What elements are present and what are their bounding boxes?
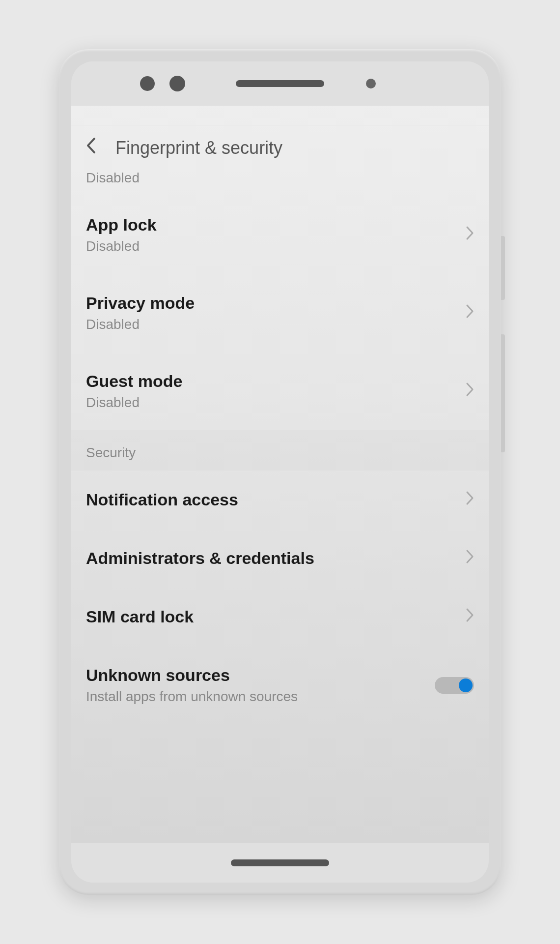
settings-item-administrators-credentials[interactable]: Administrators & credentials <box>71 529 489 588</box>
partial-item-subtitle: Disabled <box>86 170 474 186</box>
speaker-grille <box>236 80 324 87</box>
item-content: SIM card lock <box>86 607 456 626</box>
chevron-right-icon <box>456 383 474 400</box>
phone-bottom-bezel <box>71 843 489 883</box>
item-content: App lock Disabled <box>86 215 456 254</box>
item-title: App lock <box>86 215 456 235</box>
partial-item-top: Disabled <box>71 170 489 196</box>
item-title: SIM card lock <box>86 607 456 626</box>
section-header-security: Security <box>71 430 489 471</box>
item-content: Administrators & credentials <box>86 549 456 568</box>
bottom-speaker-grille <box>231 859 329 866</box>
sensor-icon <box>169 76 185 91</box>
item-subtitle: Disabled <box>86 395 456 411</box>
chevron-right-icon <box>456 304 474 322</box>
phone-frame: Fingerprint & security Disabled App lock… <box>59 49 501 895</box>
item-content: Guest mode Disabled <box>86 372 456 411</box>
item-content: Privacy mode Disabled <box>86 294 456 332</box>
item-subtitle: Disabled <box>86 238 456 254</box>
screen: Fingerprint & security Disabled App lock… <box>71 106 489 843</box>
phone-inner: Fingerprint & security Disabled App lock… <box>71 61 489 883</box>
settings-item-unknown-sources[interactable]: Unknown sources Install apps from unknow… <box>71 646 489 724</box>
chevron-left-icon <box>86 137 96 154</box>
chevron-right-icon <box>456 550 474 567</box>
item-title: Administrators & credentials <box>86 549 456 568</box>
status-bar <box>71 106 489 125</box>
phone-top-bezel <box>71 61 489 106</box>
settings-item-guest-mode[interactable]: Guest mode Disabled <box>71 352 489 430</box>
page-title: Fingerprint & security <box>115 138 282 158</box>
item-content: Notification access <box>86 490 456 509</box>
settings-item-privacy-mode[interactable]: Privacy mode Disabled <box>71 274 489 352</box>
back-button[interactable] <box>81 137 101 158</box>
power-button <box>501 236 505 300</box>
page-header: Fingerprint & security <box>71 125 489 170</box>
item-subtitle: Install apps from unknown sources <box>86 689 435 705</box>
item-content: Unknown sources Install apps from unknow… <box>86 666 435 705</box>
camera-icon <box>140 76 155 91</box>
item-title: Guest mode <box>86 372 456 391</box>
volume-button <box>501 334 505 452</box>
settings-item-notification-access[interactable]: Notification access <box>71 471 489 529</box>
item-title: Privacy mode <box>86 294 456 313</box>
item-title: Notification access <box>86 490 456 509</box>
item-title: Unknown sources <box>86 666 435 685</box>
chevron-right-icon <box>456 491 474 508</box>
chevron-right-icon <box>456 226 474 243</box>
unknown-sources-toggle[interactable] <box>435 677 474 694</box>
chevron-right-icon <box>456 608 474 625</box>
item-subtitle: Disabled <box>86 317 456 332</box>
toggle-thumb-icon <box>459 678 473 692</box>
proximity-sensor-icon <box>366 79 376 88</box>
settings-item-app-lock[interactable]: App lock Disabled <box>71 196 489 274</box>
settings-item-sim-card-lock[interactable]: SIM card lock <box>71 588 489 646</box>
